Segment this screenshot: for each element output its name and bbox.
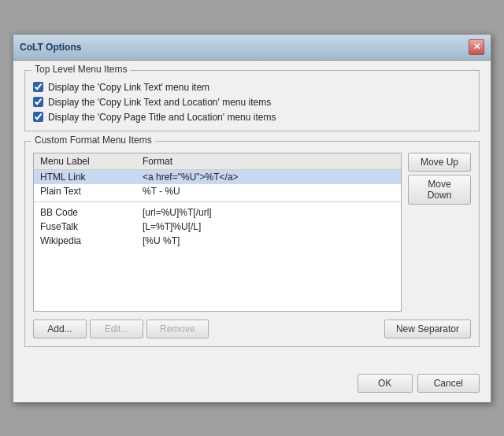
checkbox-row-2: Display the 'Copy Link Text and Location… bbox=[33, 97, 471, 108]
ok-button[interactable]: OK bbox=[358, 374, 413, 393]
bottom-buttons-row: Add... Edit... Remove New Separator bbox=[33, 320, 471, 338]
close-button[interactable]: ✕ bbox=[469, 39, 484, 55]
remove-button[interactable]: Remove bbox=[146, 320, 209, 338]
checkbox-copy-link-text-location[interactable] bbox=[33, 97, 43, 107]
row-label: HTML Link bbox=[34, 169, 136, 184]
move-down-button[interactable]: Move Down bbox=[408, 175, 471, 205]
row-format: %T - %U bbox=[136, 184, 401, 198]
row-format: [url=%U]%T[/url] bbox=[136, 205, 401, 220]
cancel-button[interactable]: Cancel bbox=[417, 374, 480, 393]
row-format: [L=%T]%U[/L] bbox=[136, 220, 401, 234]
table-row[interactable]: Plain Text %T - %U bbox=[34, 184, 401, 198]
table-row[interactable]: BB Code [url=%U]%T[/url] bbox=[34, 205, 401, 220]
col-header-format: Format bbox=[136, 153, 401, 170]
checkbox-copy-link-text[interactable] bbox=[33, 82, 43, 92]
top-level-section: Top Level Menu Items Display the 'Copy L… bbox=[24, 70, 480, 131]
colt-options-dialog: CoLT Options ✕ Top Level Menu Items Disp… bbox=[13, 34, 491, 403]
move-up-button[interactable]: Move Up bbox=[408, 153, 471, 172]
menu-table: Menu Label Format HTML Link <a href="%U"… bbox=[34, 153, 401, 311]
dialog-body: Top Level Menu Items Display the 'Copy L… bbox=[13, 61, 491, 366]
bottom-left-buttons: Add... Edit... Remove bbox=[33, 320, 209, 338]
edit-button[interactable]: Edit... bbox=[90, 320, 143, 338]
checkbox-copy-link-text-label: Display the 'Copy Link Text' menu item bbox=[48, 82, 209, 93]
checkbox-copy-link-text-location-label: Display the 'Copy Link Text and Location… bbox=[48, 97, 271, 108]
checkbox-copy-page-title-location-label: Display the 'Copy Page Title and Locatio… bbox=[48, 112, 276, 123]
row-label: FuseTalk bbox=[34, 220, 136, 234]
top-level-section-label: Top Level Menu Items bbox=[32, 64, 130, 75]
col-header-label: Menu Label bbox=[34, 153, 136, 170]
row-label: BB Code bbox=[34, 205, 136, 220]
table-row[interactable]: HTML Link <a href="%U">%T</a> bbox=[34, 169, 401, 184]
dialog-title: CoLT Options bbox=[20, 42, 81, 53]
row-label: Wikipedia bbox=[34, 234, 136, 248]
row-label: Plain Text bbox=[34, 184, 136, 198]
checkbox-row-3: Display the 'Copy Page Title and Locatio… bbox=[33, 112, 471, 123]
table-row[interactable]: FuseTalk [L=%T]%U[/L] bbox=[34, 220, 401, 234]
custom-format-area: Menu Label Format HTML Link <a href="%U"… bbox=[33, 153, 471, 312]
add-button[interactable]: Add... bbox=[33, 320, 87, 338]
menu-table-container: Menu Label Format HTML Link <a href="%U"… bbox=[33, 153, 402, 312]
side-buttons: Move Up Move Down bbox=[408, 153, 471, 312]
dialog-footer: OK Cancel bbox=[13, 366, 491, 402]
row-format: [%U %T] bbox=[136, 234, 401, 248]
table-separator-row bbox=[34, 198, 401, 205]
row-format: <a href="%U">%T</a> bbox=[136, 169, 401, 184]
custom-format-section-label: Custom Format Menu Items bbox=[32, 135, 155, 146]
table-row[interactable]: Wikipedia [%U %T] bbox=[34, 234, 401, 248]
checkbox-row-1: Display the 'Copy Link Text' menu item bbox=[33, 82, 471, 93]
new-separator-button[interactable]: New Separator bbox=[384, 320, 471, 338]
custom-format-section: Custom Format Menu Items Menu Label Form… bbox=[24, 141, 480, 347]
title-bar: CoLT Options ✕ bbox=[13, 35, 491, 61]
checkbox-copy-page-title-location[interactable] bbox=[33, 112, 43, 122]
